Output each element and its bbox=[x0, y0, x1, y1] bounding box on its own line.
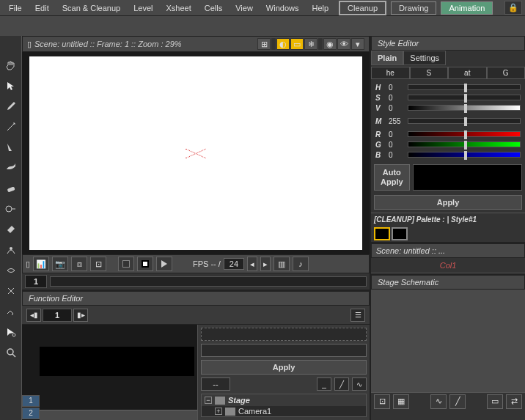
scene-header: Scene: untitled :: ... bbox=[371, 243, 525, 258]
menu-file[interactable]: File bbox=[3, 1, 28, 15]
menu-scan-cleanup[interactable]: Scan & Cleanup bbox=[56, 1, 127, 15]
mode-cleanup-button[interactable]: Cleanup bbox=[339, 1, 386, 15]
compare-button[interactable]: ⧈ bbox=[71, 257, 87, 271]
grip-icon[interactable]: ▯ bbox=[27, 40, 32, 49]
r-slider[interactable] bbox=[408, 131, 521, 137]
stage-line-button[interactable]: ╱ bbox=[449, 394, 466, 409]
fps-prev-button[interactable]: ◂ bbox=[247, 257, 257, 271]
g-slider[interactable] bbox=[408, 141, 521, 147]
pinch-tool[interactable] bbox=[4, 263, 18, 278]
histogram-button[interactable]: 📊 bbox=[33, 257, 49, 271]
menu-cells[interactable]: Cells bbox=[199, 1, 228, 15]
dropdown-icon[interactable]: ▾ bbox=[351, 38, 364, 50]
h-slider[interactable] bbox=[408, 84, 521, 90]
graph-row[interactable]: 1 bbox=[22, 395, 40, 407]
menu-view[interactable]: View bbox=[230, 1, 259, 15]
tab-plain[interactable]: Plain bbox=[371, 51, 403, 65]
tree-root-label[interactable]: Stage bbox=[228, 396, 250, 405]
stage-new-button[interactable]: ▭ bbox=[487, 394, 503, 409]
tracker-tool[interactable] bbox=[4, 325, 18, 339]
func-interp-2[interactable]: ╱ bbox=[334, 377, 349, 391]
palette-swatch[interactable] bbox=[392, 227, 408, 240]
hook-tool[interactable] bbox=[4, 304, 18, 319]
fps-input[interactable] bbox=[224, 258, 244, 270]
zoom-tool[interactable] bbox=[4, 345, 18, 360]
mini-tab-rgb[interactable]: G bbox=[487, 67, 526, 79]
eraser-tool[interactable] bbox=[4, 181, 18, 196]
play-button[interactable] bbox=[156, 257, 172, 271]
s-slider[interactable] bbox=[408, 95, 521, 100]
style-apply-button[interactable]: Apply bbox=[374, 195, 522, 210]
palette-swatch-selected[interactable] bbox=[374, 227, 390, 240]
style-picker-tool[interactable] bbox=[4, 222, 18, 237]
paint-brush-tool[interactable] bbox=[4, 161, 18, 175]
brush-tool[interactable] bbox=[4, 99, 18, 114]
mini-tab-wheel[interactable]: he bbox=[371, 67, 410, 79]
camera-stand-icon[interactable]: ⊞ bbox=[257, 38, 271, 50]
grip-icon[interactable]: ▯ bbox=[26, 259, 30, 269]
func-last-button[interactable]: ▮▸ bbox=[73, 309, 88, 322]
stage-schematic-canvas[interactable] bbox=[371, 290, 525, 392]
canvas-area[interactable] bbox=[22, 52, 370, 254]
preview-icon[interactable]: ◐ bbox=[276, 38, 290, 50]
lock-rooms[interactable]: 🔒 bbox=[504, 1, 522, 15]
hand-tool[interactable] bbox=[4, 58, 18, 73]
tape-tool[interactable] bbox=[4, 202, 18, 216]
func-mode-button[interactable]: ☰ bbox=[350, 309, 365, 322]
tree-item-camera[interactable]: Camera1 bbox=[238, 407, 271, 416]
arrow-tool[interactable] bbox=[4, 78, 18, 93]
bg-white-button[interactable] bbox=[118, 257, 134, 271]
func-frame-input[interactable]: 1 bbox=[43, 309, 72, 322]
graph-row[interactable]: 2 bbox=[22, 408, 40, 419]
stage-switch-button[interactable]: ⇄ bbox=[506, 394, 522, 409]
tree-toggle[interactable]: + bbox=[215, 408, 222, 415]
v-slider[interactable] bbox=[408, 105, 521, 111]
canvas[interactable] bbox=[29, 56, 362, 250]
type-tool[interactable] bbox=[4, 140, 18, 155]
subcamera-icon[interactable]: ▭ bbox=[290, 38, 304, 50]
view-mode-icon[interactable]: 👁 bbox=[337, 38, 350, 50]
stage-curve-button[interactable]: ∿ bbox=[430, 394, 447, 409]
freeze-icon[interactable]: ❄ bbox=[304, 38, 317, 50]
m-slider[interactable] bbox=[408, 118, 521, 124]
stage-grid-button[interactable]: ▦ bbox=[393, 394, 409, 409]
b-slider[interactable] bbox=[408, 152, 521, 158]
snapshot-button[interactable]: 📷 bbox=[52, 257, 68, 271]
func-interp-3[interactable]: ∿ bbox=[352, 377, 367, 391]
sound-button[interactable]: ♪ bbox=[293, 257, 309, 271]
func-name-field[interactable] bbox=[201, 328, 367, 341]
menu-help[interactable]: Help bbox=[306, 1, 334, 15]
mini-tab-hsv[interactable]: S bbox=[410, 67, 449, 79]
stage-schematic-panel: Stage Schematic ⊡ ▦ ∿ ╱ ▭ ⇄ bbox=[371, 273, 525, 420]
func-first-button[interactable]: ◂▮ bbox=[26, 309, 41, 322]
define-subcamera-button[interactable]: ⊡ bbox=[90, 257, 106, 271]
column-label[interactable]: Col1 bbox=[371, 258, 525, 273]
func-value-field[interactable] bbox=[201, 344, 367, 357]
timeline-track[interactable] bbox=[50, 276, 367, 287]
auto-apply-button[interactable]: Auto Apply bbox=[374, 164, 410, 191]
mini-tab-matte[interactable]: at bbox=[448, 67, 487, 79]
skeleton-tool[interactable] bbox=[4, 284, 18, 298]
func-interp-1[interactable]: ⎯ bbox=[317, 377, 331, 391]
tab-settings[interactable]: Settings bbox=[403, 51, 446, 65]
onion-icon[interactable]: ◉ bbox=[323, 38, 337, 50]
tree-toggle[interactable]: − bbox=[205, 397, 212, 404]
func-step-field[interactable]: -- bbox=[201, 377, 230, 391]
geometric-tool[interactable] bbox=[4, 119, 18, 134]
mode-drawing-button[interactable]: Drawing bbox=[391, 1, 436, 15]
bg-black-button[interactable] bbox=[137, 257, 153, 271]
function-graph[interactable]: 1 2 bbox=[22, 325, 198, 420]
fps-next-button[interactable]: ▸ bbox=[260, 257, 271, 271]
current-color-swatch bbox=[413, 164, 522, 191]
menu-windows[interactable]: Windows bbox=[260, 1, 305, 15]
frame-number[interactable]: 1 bbox=[25, 275, 47, 288]
menu-xsheet[interactable]: Xsheet bbox=[161, 1, 197, 15]
stage-fit-button[interactable]: ⊡ bbox=[374, 394, 390, 409]
func-apply-button[interactable]: Apply bbox=[201, 360, 367, 375]
mode-animation-button[interactable]: Animation bbox=[441, 1, 493, 15]
channel-button[interactable]: ▥ bbox=[273, 257, 290, 271]
menu-edit[interactable]: Edit bbox=[29, 1, 55, 15]
menu-level[interactable]: Level bbox=[128, 1, 158, 15]
control-point-tool[interactable] bbox=[4, 243, 18, 257]
graph-scrollbar[interactable] bbox=[40, 410, 197, 420]
